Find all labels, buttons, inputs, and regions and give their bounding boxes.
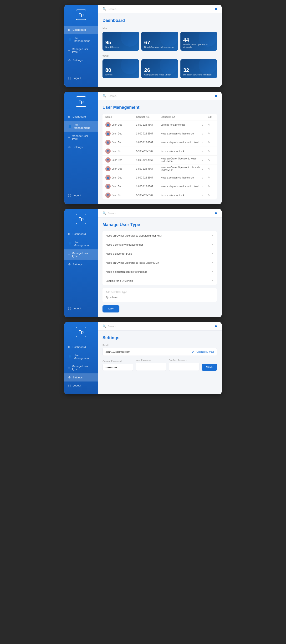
sidebar-item-dashboard[interactable]: ⊞ Dashboard: [64, 26, 98, 34]
grid-icon: ⊞: [68, 345, 71, 349]
table-row: 👤 John Deo 1-900-723-8567 Need a company…: [102, 129, 217, 138]
avatar: 👤: [105, 122, 111, 127]
change-email-link[interactable]: Change E-mail: [196, 350, 214, 353]
sidebar-manage-user-type: Tp ⊞ Dashboard 👤 User Management ≡ Manag…: [64, 209, 98, 317]
sidebar-item-dashboard[interactable]: ⊞ Dashboard: [64, 112, 98, 121]
avatar: 👤: [105, 166, 111, 171]
work-cards-row: 80 Drivers 26 Companies to lease under 3…: [102, 59, 217, 78]
edit-cell[interactable]: ✎: [208, 123, 214, 126]
save-button[interactable]: Save: [102, 305, 119, 312]
edit-cell[interactable]: ✎: [208, 141, 214, 144]
remove-button[interactable]: ×: [212, 261, 214, 264]
dropdown-cell[interactable]: ∨: [202, 141, 208, 144]
role-cell: Need a company to lease under: [161, 176, 202, 179]
sidebar-nav: ⊞ Dashboard 👤 User Management ≡ Manage U…: [64, 343, 98, 382]
search-box: 🔍 Search...: [102, 94, 118, 98]
type-label: Looking for a Driver job: [106, 280, 133, 282]
table-row: 👤 John Deo 1-900-723-8567 Need a driver …: [102, 147, 217, 156]
sidebar-item-manage-user-type[interactable]: ≡ Manage User Type: [64, 362, 98, 373]
avatar: 👤: [105, 192, 111, 198]
dropdown-cell[interactable]: ∨: [202, 168, 208, 170]
notification-dot: [215, 325, 217, 327]
card-number: 95: [105, 40, 136, 45]
dropdown-cell[interactable]: ∨: [202, 194, 208, 196]
sidebar-item-user-management[interactable]: 👤 User Management: [64, 34, 98, 45]
user-name-cell: 👤 John Deo: [105, 166, 136, 171]
edit-cell[interactable]: ✎: [208, 158, 214, 162]
remove-button[interactable]: ×: [212, 252, 214, 255]
edit-cell[interactable]: ✎: [208, 132, 214, 135]
edit-cell[interactable]: ✎: [208, 150, 214, 153]
sidebar-item-user-management[interactable]: 👤 User Management: [64, 352, 98, 362]
sidebar-item-user-management[interactable]: 👤 User Management: [64, 121, 98, 132]
card-label: Need Operator to lease under: [144, 46, 175, 48]
sidebar-item-settings[interactable]: ⚙ Settings: [64, 374, 98, 382]
edit-cell[interactable]: ✎: [208, 185, 214, 188]
sidebar-item-settings[interactable]: ⚙ Settings: [64, 143, 98, 151]
logout-button[interactable]: ⬚ Logout: [64, 304, 98, 312]
new-type-input[interactable]: [106, 296, 214, 299]
dropdown-cell[interactable]: ∨: [202, 176, 208, 179]
remove-button[interactable]: ×: [212, 279, 214, 282]
col-edit: Edit: [208, 116, 214, 118]
confirm-password-input[interactable]: [169, 363, 200, 371]
list-item: Need a driver for truck ×: [102, 249, 217, 258]
sidebar-item-label: Settings: [73, 376, 83, 379]
dropdown-cell[interactable]: ∨: [202, 150, 208, 152]
card-need-drivers: 95 Need Drivers: [102, 32, 139, 51]
logout-label: Logout: [73, 77, 81, 80]
logout-button[interactable]: ⬚ Logout: [64, 74, 98, 82]
edit-cell[interactable]: ✎: [208, 176, 214, 179]
users-icon: 👤: [68, 355, 72, 358]
dropdown-cell[interactable]: ∨: [202, 159, 208, 161]
sidebar-item-settings[interactable]: ⚙ Settings: [64, 56, 98, 64]
new-password-input[interactable]: [135, 363, 166, 371]
search-box: 🔍 Search...: [102, 324, 118, 328]
logout-button[interactable]: ⬚ Logout: [64, 382, 98, 390]
edit-cell[interactable]: ✎: [208, 167, 214, 170]
grid-icon: ⊞: [68, 232, 71, 236]
list-icon: ≡: [68, 49, 70, 52]
sidebar-item-manage-user-type[interactable]: ≡ Manage User Type: [64, 250, 98, 260]
user-name-cell: 👤 John Deo: [105, 157, 136, 162]
sidebar-item-settings[interactable]: ⚙ Settings: [64, 260, 98, 268]
grid-icon: ⊞: [68, 28, 71, 32]
contact-cell: 1-800-123-4567: [136, 124, 161, 126]
remove-button[interactable]: ×: [212, 243, 214, 246]
screen-settings: Tp ⊞ Dashboard 👤 User Management ≡ Manag…: [64, 322, 222, 394]
user-name-cell: 👤 John Deo: [105, 192, 136, 198]
notification-dot: [215, 95, 217, 97]
card-number: 80: [105, 68, 136, 73]
user-name-cell: 👤 John Deo: [105, 140, 136, 145]
role-cell: Need an Owner Operator to lease under MC…: [161, 157, 202, 162]
page-title: Settings: [102, 335, 217, 340]
dropdown-cell[interactable]: ∨: [202, 185, 208, 188]
logout-label: Logout: [73, 307, 81, 310]
list-item: Need an Owner Operator to lease under MC…: [102, 258, 217, 267]
sidebar-item-label: Settings: [73, 146, 83, 148]
sidebar-item-dashboard[interactable]: ⊞ Dashboard: [64, 343, 98, 351]
logout-button[interactable]: ⬚ Logout: [64, 191, 98, 200]
sidebar-item-manage-user-type[interactable]: ≡ Manage User Type: [64, 45, 98, 56]
gear-icon: ⚙: [68, 146, 71, 149]
user-name-cell: 👤 John Deo: [105, 122, 136, 127]
edit-cell[interactable]: ✎: [208, 194, 214, 197]
remove-button[interactable]: ×: [212, 234, 214, 237]
topbar: 🔍 Search...: [98, 92, 222, 100]
hire-section-label: Hire: [102, 27, 217, 30]
sidebar-item-user-management[interactable]: 👤 User Management: [64, 238, 98, 249]
user-name-cell: 👤 John Deo: [105, 184, 136, 189]
current-password-input[interactable]: ••••••••••: [102, 364, 133, 371]
list-icon: ≡: [68, 253, 70, 256]
dropdown-cell[interactable]: ∨: [202, 132, 208, 135]
logout-icon: ⬚: [68, 76, 71, 80]
sidebar-item-dashboard[interactable]: ⊞ Dashboard: [64, 230, 98, 238]
settings-save-button[interactable]: Save: [202, 364, 217, 371]
page-title: User Management: [102, 105, 217, 110]
dropdown-cell[interactable]: ∨: [202, 124, 208, 126]
sidebar-item-manage-user-type[interactable]: ≡ Manage User Type: [64, 132, 98, 142]
remove-button[interactable]: ×: [212, 270, 214, 274]
search-icon: 🔍: [102, 94, 106, 98]
contact-cell: 1-800-123-4567: [136, 185, 161, 188]
sidebar-nav: ⊞ Dashboard 👤 User Management ≡ Manage U…: [64, 112, 98, 191]
